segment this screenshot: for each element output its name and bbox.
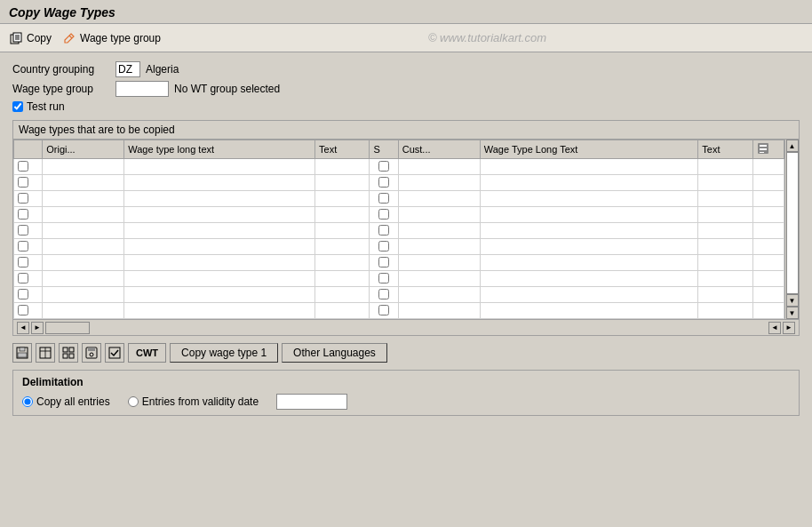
- no-wt-group-text: No WT group selected: [174, 83, 280, 95]
- disk-icon-button[interactable]: [82, 343, 101, 363]
- test-run-checkbox[interactable]: [12, 101, 23, 112]
- row-select-2[interactable]: [18, 193, 28, 204]
- row-actions-4: [752, 223, 784, 239]
- scroll-down-button[interactable]: ▼: [786, 294, 799, 307]
- row-text-5: [315, 239, 370, 255]
- entries-from-radio-item: Entries from validity date: [128, 395, 259, 408]
- row-select-8[interactable]: [18, 289, 28, 299]
- col-cust-header: Cust...: [398, 140, 480, 159]
- table-section-title: Wage types that are to be copied: [13, 121, 799, 140]
- row-text-6: [315, 255, 370, 271]
- scroll-down2-button[interactable]: ▼: [786, 307, 799, 319]
- delimitation-section: Delimitation Copy all entries Entries fr…: [12, 370, 800, 416]
- row-s-check-1[interactable]: [378, 177, 389, 188]
- copy-all-radio[interactable]: [22, 396, 33, 407]
- save-icon-button[interactable]: [12, 343, 32, 363]
- row-s-check-8[interactable]: [378, 289, 389, 299]
- row-actions-8: [752, 287, 784, 303]
- row-s-7: [370, 271, 398, 287]
- row-select-7[interactable]: [18, 273, 28, 283]
- grid-icon-button[interactable]: [59, 343, 78, 363]
- toolbar-copy-label: Copy: [27, 32, 52, 44]
- scroll-left-button[interactable]: ◄: [17, 322, 29, 334]
- row-s-check-2[interactable]: [378, 193, 389, 204]
- row-actions-9: [752, 303, 784, 319]
- title-bar: Copy Wage Types: [0, 0, 812, 24]
- row-s-check-9[interactable]: [378, 305, 389, 315]
- action-bar: CWT Copy wage type 1 Other Languages: [12, 343, 800, 363]
- row-select-9[interactable]: [18, 305, 28, 315]
- table-row: [14, 287, 784, 303]
- entries-from-radio[interactable]: [128, 396, 139, 407]
- other-languages-button[interactable]: Other Languages: [282, 343, 387, 363]
- wage-type-group-input[interactable]: [115, 81, 169, 97]
- row-s-0: [370, 159, 398, 175]
- row-s-check-0[interactable]: [378, 161, 389, 172]
- row-longtext-5: [124, 239, 315, 255]
- row-wtlongtext-7: [480, 271, 698, 287]
- row-select-5[interactable]: [18, 241, 28, 252]
- scroll-right3-button[interactable]: ►: [783, 322, 795, 334]
- row-s-check-5[interactable]: [378, 241, 389, 252]
- horiz-scroll-track: [45, 322, 90, 334]
- row-origi-1: [43, 175, 124, 191]
- row-cust-0: [398, 159, 480, 175]
- row-wttext-4: [698, 223, 752, 239]
- check-icon-button[interactable]: [105, 343, 124, 363]
- row-wttext-1: [698, 175, 752, 191]
- row-origi-4: [43, 223, 124, 239]
- table-row: [14, 175, 784, 191]
- row-wttext-5: [698, 239, 752, 255]
- row-s-2: [370, 191, 398, 207]
- col-origi-header: Origi...: [43, 140, 124, 159]
- row-s-1: [370, 175, 398, 191]
- delimitation-title: Delimitation: [22, 376, 790, 388]
- row-select-6[interactable]: [18, 257, 28, 267]
- row-select-1[interactable]: [18, 177, 28, 188]
- table-row: [14, 271, 784, 287]
- row-select-4[interactable]: [18, 225, 28, 236]
- col-wttext-header: Text: [698, 140, 752, 159]
- watermark-text: © www.tutorialkart.com: [171, 31, 803, 44]
- row-longtext-2: [124, 191, 315, 207]
- row-actions-3: [752, 207, 784, 223]
- svg-rect-19: [69, 354, 74, 358]
- row-longtext-4: [124, 223, 315, 239]
- copy-wage-type-button[interactable]: Copy wage type 1: [170, 343, 278, 363]
- scroll-right2-button[interactable]: ◄: [768, 322, 781, 334]
- row-wtlongtext-0: [480, 159, 698, 175]
- row-cust-3: [398, 207, 480, 223]
- row-s-check-3[interactable]: [378, 209, 389, 220]
- row-wttext-8: [698, 287, 752, 303]
- country-code-input[interactable]: [115, 61, 140, 77]
- row-wtlongtext-5: [480, 239, 698, 255]
- row-s-check-7[interactable]: [378, 273, 389, 283]
- row-wttext-6: [698, 255, 752, 271]
- edit-icon: [62, 31, 76, 45]
- wage-types-table: Origi... Wage type long text Text S Cust…: [13, 140, 784, 319]
- validity-date-input[interactable]: [276, 394, 347, 410]
- toolbar-wage-type-group-item[interactable]: Wage type group: [62, 31, 161, 45]
- wage-type-group-row: Wage type group No WT group selected: [12, 81, 800, 97]
- scroll-right-button[interactable]: ►: [31, 322, 44, 334]
- svg-rect-18: [63, 354, 68, 358]
- table-row: [14, 207, 784, 223]
- table-row: [14, 159, 784, 175]
- svg-line-5: [69, 36, 72, 38]
- svg-rect-16: [63, 347, 68, 352]
- table-icon-button[interactable]: [36, 343, 55, 363]
- cwt-button[interactable]: CWT: [128, 343, 166, 363]
- row-select-3[interactable]: [18, 209, 28, 220]
- row-s-check-6[interactable]: [378, 257, 389, 267]
- row-s-9: [370, 303, 398, 319]
- row-text-8: [315, 287, 370, 303]
- scroll-up-button[interactable]: ▲: [786, 140, 799, 152]
- country-grouping-row: Country grouping Algeria: [12, 61, 800, 77]
- toolbar-copy-item[interactable]: Copy: [9, 31, 52, 45]
- svg-rect-17: [69, 347, 74, 352]
- row-text-7: [315, 271, 370, 287]
- row-select-0[interactable]: [18, 161, 28, 172]
- row-origi-6: [43, 255, 124, 271]
- col-longtext-header: Wage type long text: [124, 140, 315, 159]
- row-s-check-4[interactable]: [378, 225, 389, 236]
